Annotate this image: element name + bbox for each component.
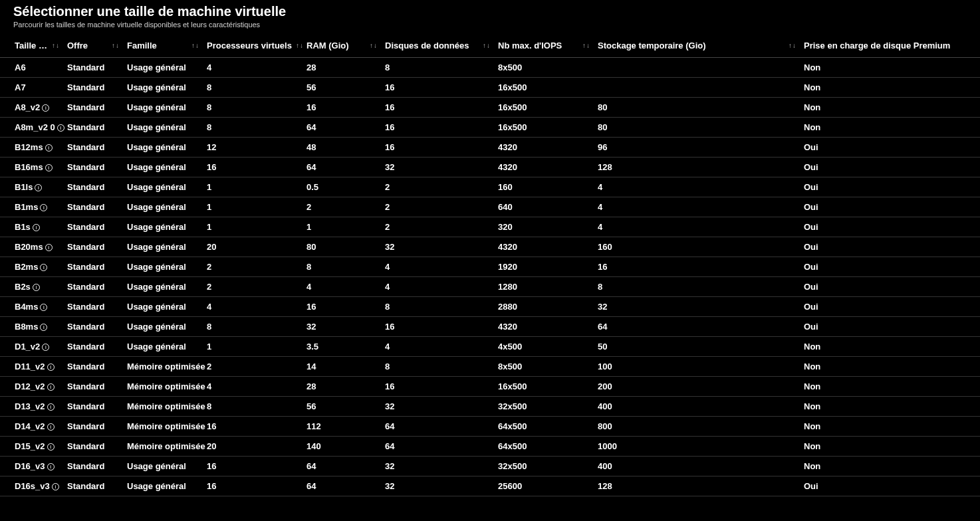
info-icon[interactable]: i — [47, 463, 55, 470]
table-row[interactable]: D1_v2iStandardUsage général13.544x50050N… — [0, 337, 980, 357]
sort-arrows-icon[interactable]: ↑↓ — [52, 43, 59, 49]
table-row[interactable]: B12msiStandardUsage général124816432096O… — [0, 138, 980, 157]
table-row[interactable]: D11_v2iStandardMémoire optimisée21488x50… — [0, 357, 980, 377]
page-title: Sélectionner une taille de machine virtu… — [13, 4, 967, 19]
cell-family: Usage général — [123, 297, 203, 317]
column-header-3[interactable]: Processeurs virtuels↑↓ — [203, 35, 303, 58]
cell-ram: 28 — [303, 58, 381, 78]
table-row[interactable]: B8msiStandardUsage général83216432064Oui — [0, 317, 980, 337]
cell-iops: 25600 — [494, 476, 594, 496]
cell-offer: Standard — [63, 217, 123, 237]
cell-offer: Standard — [63, 357, 123, 377]
table-row[interactable]: D16_v3iStandardUsage général16643232x500… — [0, 457, 980, 476]
cell-disks: 4 — [381, 257, 494, 277]
info-icon[interactable]: i — [33, 284, 40, 291]
cell-iops: 64x500 — [494, 437, 594, 457]
table-row[interactable]: A6StandardUsage général42888x500Non — [0, 58, 980, 78]
table-row[interactable]: A8_v2iStandardUsage général8161616x50080… — [0, 98, 980, 118]
info-icon[interactable]: i — [45, 144, 53, 152]
info-icon[interactable]: i — [45, 164, 53, 171]
column-header-5[interactable]: Disques de données↑↓ — [381, 35, 494, 58]
column-header-8[interactable]: Prise en charge de disque Premium — [800, 35, 980, 58]
table-row[interactable]: B16msiStandardUsage général1664324320128… — [0, 157, 980, 177]
cell-premium: Oui — [800, 138, 980, 157]
table-row[interactable]: B1msiStandardUsage général1226404Oui — [0, 197, 980, 217]
table-row[interactable]: D13_v2iStandardMémoire optimisée8563232x… — [0, 397, 980, 417]
cell-vcpu: 20 — [203, 437, 303, 457]
sort-arrows-icon[interactable]: ↑↓ — [191, 43, 199, 49]
table-row[interactable]: B20msiStandardUsage général2080324320160… — [0, 237, 980, 257]
table-row[interactable]: A8m_v2 0iStandardUsage général8641616x50… — [0, 118, 980, 138]
cell-vcpu: 4 — [203, 297, 303, 317]
cell-family: Usage général — [123, 177, 203, 197]
info-icon[interactable]: i — [47, 443, 55, 451]
sort-arrows-icon[interactable]: ↑↓ — [789, 43, 796, 49]
cell-disks: 32 — [381, 397, 494, 417]
table-row[interactable]: D15_v2iStandardMémoire optimisée20140646… — [0, 437, 980, 457]
sort-arrows-icon[interactable]: ↑↓ — [112, 43, 119, 49]
cell-premium: Oui — [800, 197, 980, 217]
cell-premium: Non — [800, 58, 980, 78]
table-row[interactable]: B4msiStandardUsage général4168288032Oui — [0, 297, 980, 317]
sort-arrows-icon[interactable]: ↑↓ — [296, 43, 303, 49]
info-icon[interactable]: i — [47, 364, 55, 371]
size-label: B12ms — [15, 142, 43, 152]
info-icon[interactable]: i — [52, 483, 59, 490]
cell-iops: 16x500 — [494, 118, 594, 138]
cell-iops: 4320 — [494, 157, 594, 177]
table-row[interactable]: D14_v2iStandardMémoire optimisée16112646… — [0, 417, 980, 437]
size-label: A8m_v2 — [15, 122, 48, 132]
cell-iops: 4320 — [494, 237, 594, 257]
sort-arrows-icon[interactable]: ↑↓ — [370, 43, 377, 49]
table-row[interactable]: B2siStandardUsage général24412808Oui — [0, 277, 980, 297]
cell-offer: Standard — [63, 317, 123, 337]
cell-premium: Non — [800, 337, 980, 357]
info-icon[interactable]: i — [47, 383, 55, 391]
cell-size: A7 — [0, 78, 63, 98]
column-label: Disques de données — [385, 41, 469, 51]
cell-family: Usage général — [123, 277, 203, 297]
cell-ram: 64 — [303, 476, 381, 496]
cell-vcpu: 2 — [203, 277, 303, 297]
info-icon[interactable]: i — [57, 124, 64, 132]
column-header-2[interactable]: Famille↑↓ — [123, 35, 203, 58]
info-icon[interactable]: i — [40, 264, 47, 271]
info-icon[interactable]: i — [35, 184, 42, 191]
table-row[interactable]: B1siStandardUsage général1123204Oui — [0, 217, 980, 237]
info-icon[interactable]: i — [40, 204, 47, 211]
info-icon[interactable]: i — [40, 304, 47, 311]
column-header-0[interactable]: Taille …↑↓ — [0, 35, 63, 58]
cell-size: A6 — [0, 58, 63, 78]
table-row[interactable]: A7StandardUsage général8561616x500Non — [0, 78, 980, 98]
info-icon[interactable]: i — [33, 224, 40, 231]
table-row[interactable]: D12_v2iStandardMémoire optimisée4281616x… — [0, 377, 980, 397]
info-icon[interactable]: i — [47, 423, 55, 431]
cell-family: Usage général — [123, 457, 203, 476]
cell-size: A8m_v2 0i — [0, 118, 63, 138]
info-icon[interactable]: i — [42, 344, 49, 351]
table-row[interactable]: B2msiStandardUsage général284192016Oui — [0, 257, 980, 277]
cell-ram: 32 — [303, 317, 381, 337]
info-icon[interactable]: i — [42, 104, 49, 112]
table-row[interactable]: B1lsiStandardUsage général10.521604Oui — [0, 177, 980, 197]
cell-family: Usage général — [123, 197, 203, 217]
column-header-1[interactable]: Offre↑↓ — [63, 35, 123, 58]
sort-arrows-icon[interactable]: ↑↓ — [582, 43, 590, 49]
info-icon[interactable]: i — [47, 403, 55, 411]
table-row[interactable]: D16s_v3iStandardUsage général16643225600… — [0, 476, 980, 496]
column-header-4[interactable]: RAM (Gio)↑↓ — [303, 35, 381, 58]
column-label: Nb max. d'IOPS — [498, 41, 562, 51]
cell-family: Mémoire optimisée — [123, 357, 203, 377]
column-label: Taille … — [15, 41, 47, 51]
column-header-7[interactable]: Stockage temporaire (Gio)↑↓ — [594, 35, 800, 58]
size-label: D15_v2 — [15, 441, 45, 451]
column-header-6[interactable]: Nb max. d'IOPS↑↓ — [494, 35, 594, 58]
cell-size: B1msi — [0, 197, 63, 217]
cell-temp: 400 — [594, 457, 800, 476]
cell-offer: Standard — [63, 377, 123, 397]
sort-arrows-icon[interactable]: ↑↓ — [483, 43, 490, 49]
size-label: B16ms — [15, 162, 43, 172]
info-icon[interactable]: i — [45, 244, 53, 251]
info-icon[interactable]: i — [40, 324, 47, 331]
cell-size: D11_v2i — [0, 357, 63, 377]
